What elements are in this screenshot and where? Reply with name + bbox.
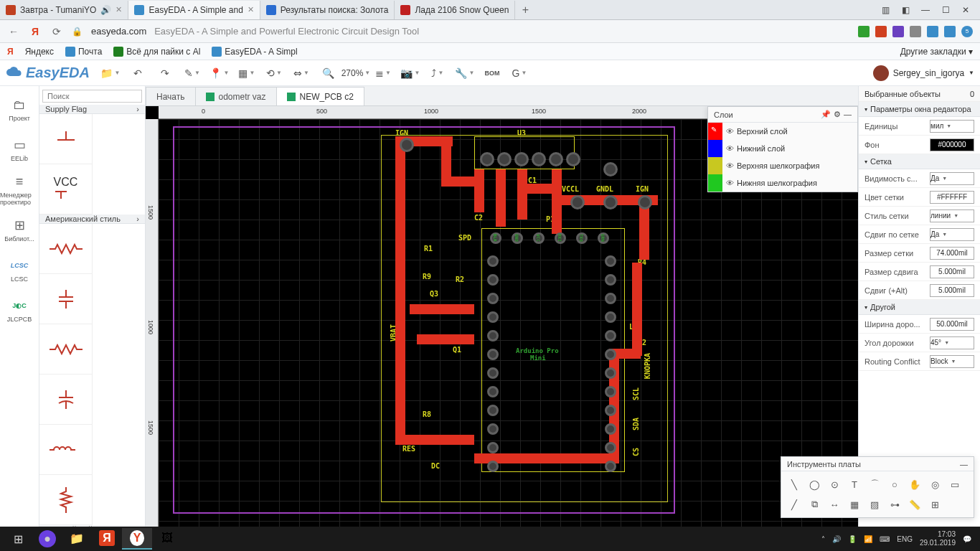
close-icon[interactable]: ✕ (116, 5, 122, 14)
lib-section-header[interactable]: Американский стиль› (39, 215, 145, 224)
pcb-pad[interactable] (603, 195, 618, 209)
pcb-trace[interactable] (517, 184, 553, 194)
minimize-icon[interactable]: — (844, 110, 852, 119)
pcb-pad[interactable] (487, 405, 499, 416)
minimize-button[interactable]: — (917, 3, 934, 17)
back-button[interactable]: ← (7, 25, 20, 38)
pcb-pad[interactable] (532, 152, 546, 166)
layer-row-silk-top[interactable]: 👁Верхняя шелкография (708, 157, 857, 174)
tray-battery-icon[interactable]: 🔋 (848, 535, 857, 543)
pcb-pad[interactable] (487, 442, 499, 453)
reload-button[interactable]: ⟳ (50, 25, 63, 38)
pcb-pad[interactable] (487, 461, 499, 472)
pcb-pad[interactable] (487, 255, 499, 267)
pcb-pad[interactable] (605, 405, 616, 416)
tool-arc[interactable]: ⌒ (864, 474, 885, 494)
pcb-pad[interactable] (566, 152, 580, 166)
tool-track[interactable]: ╲ (784, 474, 804, 494)
tray-notifications-icon[interactable]: 💬 (963, 535, 971, 543)
maximize-button[interactable]: ☐ (937, 3, 954, 17)
pcb-pad[interactable] (487, 330, 499, 342)
ext-icon[interactable]: ◧ (897, 3, 914, 17)
tray-clock[interactable]: 17:0329.01.2019 (920, 530, 956, 547)
lib-section-header[interactable]: Supply Flag› (39, 105, 145, 114)
bookmark-item[interactable]: Яндекс (25, 47, 54, 57)
extension-icon[interactable] (875, 26, 887, 37)
grid-style-select[interactable]: линии (930, 209, 974, 222)
lib-part-resistor[interactable] (39, 324, 93, 375)
bom-button[interactable]: BOM (480, 63, 504, 83)
tool-hole[interactable]: ◎ (925, 474, 945, 494)
fabrication-button[interactable]: G▼ (507, 63, 532, 83)
extension-icon[interactable] (892, 26, 904, 37)
pcb-pad[interactable] (605, 386, 616, 397)
pcb-pad[interactable] (487, 367, 499, 379)
edit-menu-button[interactable]: ✎▼ (180, 63, 204, 83)
yandex-button[interactable]: Я (29, 25, 42, 38)
layers-button[interactable]: ≣▼ (371, 63, 395, 83)
rotate-menu-button[interactable]: ⟲▼ (262, 63, 286, 83)
tray-language[interactable]: ENG (897, 535, 913, 543)
eye-icon[interactable]: 👁 (722, 127, 737, 136)
lib-part-resistor-zigzag[interactable] (39, 475, 93, 525)
export-button[interactable]: ⤴▼ (425, 63, 450, 83)
pcb-trace[interactable] (517, 169, 527, 220)
download-icon[interactable] (944, 26, 956, 37)
extension-icon[interactable] (927, 26, 938, 37)
eye-icon[interactable]: 👁 (722, 144, 737, 153)
yandex-home-icon[interactable]: Я (7, 47, 14, 57)
lib-part-gnd[interactable] (39, 114, 93, 164)
undo-button[interactable]: ↶ (126, 63, 150, 83)
zoom-level[interactable]: 270%▼ (344, 63, 368, 83)
pcb-pad[interactable] (487, 386, 499, 397)
sidebar-item-lcsc[interactable]: LCSCLCSC (0, 250, 39, 290)
pcb-pad[interactable] (570, 195, 585, 209)
bookmark-item[interactable]: Почта (65, 47, 102, 57)
minimize-icon[interactable]: — (960, 460, 968, 468)
conflict-select[interactable]: Block (930, 355, 974, 368)
address-text[interactable]: easyeda.com EasyEDA - A Simple and Power… (91, 26, 419, 37)
tool-move[interactable]: ✋ (905, 474, 925, 494)
browser-tab[interactable]: Результаты поиска: Золота (260, 1, 395, 19)
audio-icon[interactable]: 🔊 (100, 5, 111, 15)
tool-line[interactable]: ╱ (784, 494, 804, 514)
pcb-pad[interactable] (400, 138, 414, 152)
doc-tab-schematic[interactable]: odometr vaz (195, 87, 277, 105)
bg-color-input[interactable]: #000000 (930, 138, 974, 151)
pcb-pad[interactable] (480, 152, 494, 166)
tool-pad[interactable]: ◯ (804, 474, 824, 494)
lib-part-capacitor[interactable] (39, 274, 93, 324)
sidebar-item-design-manager[interactable]: ≡Менеджер проектиро (0, 169, 39, 209)
sidebar-item-project[interactable]: 🗀Проект (0, 89, 39, 129)
taskbar-app-photos[interactable]: 🖼 (152, 528, 182, 550)
tool-circle[interactable]: ○ (885, 474, 905, 494)
zoom-button[interactable]: 🔍 (316, 63, 341, 83)
pcb-pad[interactable] (487, 293, 499, 304)
tool-measure[interactable]: 📏 (905, 494, 925, 514)
pcb-pad[interactable] (487, 274, 499, 286)
pcb-pad[interactable] (605, 461, 616, 472)
bookmark-item[interactable]: EasyEDA - A Simpl (212, 47, 297, 57)
snap-select[interactable]: Да (930, 228, 974, 241)
units-select[interactable]: мил (930, 120, 974, 133)
pcb-pad[interactable] (514, 152, 529, 166)
tray-chevron-up-icon[interactable]: ˄ (821, 535, 825, 543)
pcb-pad[interactable] (487, 423, 499, 435)
pcb-pad[interactable] (549, 152, 563, 166)
pcb-trace[interactable] (632, 263, 642, 356)
prop-section-other[interactable]: Другой (859, 300, 980, 315)
pcb-pad[interactable] (497, 152, 512, 166)
align-menu-button[interactable]: ▦▼ (235, 63, 259, 83)
new-tab-button[interactable]: + (515, 4, 535, 17)
pcb-pad[interactable] (605, 442, 616, 453)
tabs-overview-icon[interactable]: ▥ (877, 3, 894, 17)
layer-row-bottom[interactable]: 👁Нижний слой (708, 140, 857, 157)
sidebar-item-library[interactable]: ⊞Библиот... (0, 209, 39, 250)
eye-icon[interactable]: 👁 (722, 161, 737, 170)
tray-volume-icon[interactable]: 🔊 (832, 535, 841, 543)
grid-visible-select[interactable]: Да (930, 172, 974, 185)
bookmark-item[interactable]: Всё для пайки с Al (113, 47, 200, 57)
pcb-pad[interactable] (605, 349, 616, 360)
tool-via[interactable]: ⊙ (824, 474, 844, 494)
browser-tab[interactable]: Лада 2106 Snow Queen (395, 1, 515, 19)
